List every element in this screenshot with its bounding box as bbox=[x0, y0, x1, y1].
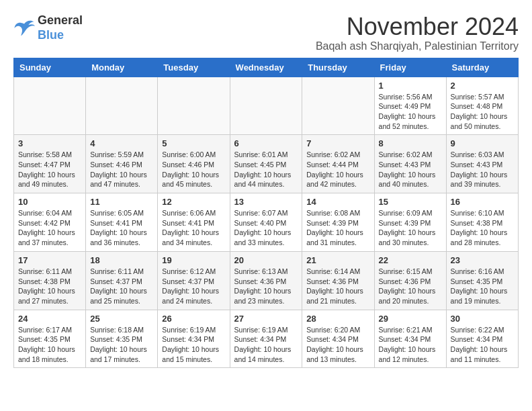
day-number: 14 bbox=[306, 197, 369, 207]
calendar-cell: 7Sunrise: 6:02 AM Sunset: 4:44 PM Daylig… bbox=[302, 135, 374, 193]
calendar-cell: 27Sunrise: 6:19 AM Sunset: 4:34 PM Dayli… bbox=[230, 310, 302, 368]
day-info: Sunrise: 6:20 AM Sunset: 4:34 PM Dayligh… bbox=[306, 325, 369, 365]
calendar-cell: 10Sunrise: 6:04 AM Sunset: 4:42 PM Dayli… bbox=[14, 193, 86, 252]
day-number: 19 bbox=[162, 255, 225, 265]
day-info: Sunrise: 5:58 AM Sunset: 4:47 PM Dayligh… bbox=[18, 150, 81, 189]
calendar-cell: 12Sunrise: 6:06 AM Sunset: 4:41 PM Dayli… bbox=[158, 193, 230, 252]
day-number: 6 bbox=[234, 138, 298, 148]
day-info: Sunrise: 6:22 AM Sunset: 4:34 PM Dayligh… bbox=[451, 325, 514, 365]
day-info: Sunrise: 5:56 AM Sunset: 4:49 PM Dayligh… bbox=[379, 92, 442, 132]
day-info: Sunrise: 6:11 AM Sunset: 4:38 PM Dayligh… bbox=[18, 267, 81, 306]
day-number: 1 bbox=[379, 81, 442, 91]
calendar-week-row: 17Sunrise: 6:11 AM Sunset: 4:38 PM Dayli… bbox=[14, 251, 519, 310]
day-number: 21 bbox=[306, 255, 369, 265]
calendar-cell: 9Sunrise: 6:03 AM Sunset: 4:43 PM Daylig… bbox=[446, 135, 518, 193]
calendar-cell: 15Sunrise: 6:09 AM Sunset: 4:39 PM Dayli… bbox=[374, 193, 446, 252]
day-number: 30 bbox=[451, 314, 514, 324]
day-number: 24 bbox=[18, 314, 81, 324]
day-number: 23 bbox=[451, 255, 514, 265]
day-number: 8 bbox=[379, 138, 442, 148]
day-number: 10 bbox=[18, 197, 81, 207]
calendar-cell: 18Sunrise: 6:11 AM Sunset: 4:37 PM Dayli… bbox=[86, 251, 158, 310]
day-number: 18 bbox=[90, 255, 153, 265]
day-number: 15 bbox=[379, 197, 442, 207]
day-number: 20 bbox=[234, 255, 298, 265]
day-info: Sunrise: 6:19 AM Sunset: 4:34 PM Dayligh… bbox=[162, 325, 225, 365]
calendar-cell: 6Sunrise: 6:01 AM Sunset: 4:45 PM Daylig… bbox=[230, 135, 302, 193]
day-info: Sunrise: 6:18 AM Sunset: 4:35 PM Dayligh… bbox=[90, 325, 153, 365]
day-number: 25 bbox=[90, 314, 153, 324]
day-number: 28 bbox=[306, 314, 369, 324]
weekday-header: Tuesday bbox=[158, 58, 230, 77]
day-number: 7 bbox=[306, 138, 369, 148]
day-info: Sunrise: 6:14 AM Sunset: 4:36 PM Dayligh… bbox=[306, 267, 369, 306]
day-info: Sunrise: 6:07 AM Sunset: 4:40 PM Dayligh… bbox=[234, 208, 298, 248]
calendar-week-row: 10Sunrise: 6:04 AM Sunset: 4:42 PM Dayli… bbox=[14, 193, 519, 252]
day-number: 16 bbox=[451, 197, 514, 207]
calendar-cell: 2Sunrise: 5:57 AM Sunset: 4:48 PM Daylig… bbox=[446, 77, 518, 135]
calendar-cell bbox=[158, 77, 230, 135]
calendar-cell bbox=[86, 77, 158, 135]
calendar-cell bbox=[14, 77, 86, 135]
day-info: Sunrise: 6:13 AM Sunset: 4:36 PM Dayligh… bbox=[234, 267, 298, 306]
day-number: 22 bbox=[379, 255, 442, 265]
calendar-cell: 23Sunrise: 6:16 AM Sunset: 4:35 PM Dayli… bbox=[446, 251, 518, 310]
calendar-cell: 3Sunrise: 5:58 AM Sunset: 4:47 PM Daylig… bbox=[14, 135, 86, 193]
day-number: 12 bbox=[162, 197, 225, 207]
day-info: Sunrise: 6:01 AM Sunset: 4:45 PM Dayligh… bbox=[234, 150, 298, 189]
calendar-cell: 16Sunrise: 6:10 AM Sunset: 4:38 PM Dayli… bbox=[446, 193, 518, 252]
day-info: Sunrise: 6:03 AM Sunset: 4:43 PM Dayligh… bbox=[451, 150, 514, 189]
weekday-header: Monday bbox=[86, 58, 158, 77]
day-info: Sunrise: 6:15 AM Sunset: 4:36 PM Dayligh… bbox=[379, 267, 442, 306]
day-info: Sunrise: 6:11 AM Sunset: 4:37 PM Dayligh… bbox=[90, 267, 153, 306]
day-info: Sunrise: 6:17 AM Sunset: 4:35 PM Dayligh… bbox=[18, 325, 81, 365]
day-info: Sunrise: 6:05 AM Sunset: 4:41 PM Dayligh… bbox=[90, 208, 153, 248]
day-number: 4 bbox=[90, 138, 153, 148]
day-number: 27 bbox=[234, 314, 298, 324]
day-info: Sunrise: 6:09 AM Sunset: 4:39 PM Dayligh… bbox=[379, 208, 442, 248]
weekday-header: Thursday bbox=[302, 58, 374, 77]
logo: General Blue bbox=[13, 13, 83, 42]
title-section: November 2024 Baqah ash Sharqiyah, Pales… bbox=[316, 13, 519, 52]
calendar-cell: 19Sunrise: 6:12 AM Sunset: 4:37 PM Dayli… bbox=[158, 251, 230, 310]
calendar-cell: 29Sunrise: 6:21 AM Sunset: 4:34 PM Dayli… bbox=[374, 310, 446, 368]
calendar-cell: 4Sunrise: 5:59 AM Sunset: 4:46 PM Daylig… bbox=[86, 135, 158, 193]
location-subtitle: Baqah ash Sharqiyah, Palestinian Territo… bbox=[316, 40, 519, 52]
calendar-cell: 26Sunrise: 6:19 AM Sunset: 4:34 PM Dayli… bbox=[158, 310, 230, 368]
day-number: 11 bbox=[90, 197, 153, 207]
calendar-week-row: 1Sunrise: 5:56 AM Sunset: 4:49 PM Daylig… bbox=[14, 77, 519, 135]
calendar-cell: 14Sunrise: 6:08 AM Sunset: 4:39 PM Dayli… bbox=[302, 193, 374, 252]
weekday-header: Saturday bbox=[446, 58, 518, 77]
day-info: Sunrise: 6:21 AM Sunset: 4:34 PM Dayligh… bbox=[379, 325, 442, 365]
day-number: 26 bbox=[162, 314, 225, 324]
day-number: 5 bbox=[162, 138, 225, 148]
calendar-table: SundayMondayTuesdayWednesdayThursdayFrid… bbox=[13, 58, 519, 369]
day-info: Sunrise: 6:02 AM Sunset: 4:43 PM Dayligh… bbox=[379, 150, 442, 189]
day-info: Sunrise: 6:02 AM Sunset: 4:44 PM Dayligh… bbox=[306, 150, 369, 189]
calendar-cell bbox=[230, 77, 302, 135]
day-info: Sunrise: 6:10 AM Sunset: 4:38 PM Dayligh… bbox=[451, 208, 514, 248]
day-number: 13 bbox=[234, 197, 298, 207]
day-info: Sunrise: 6:04 AM Sunset: 4:42 PM Dayligh… bbox=[18, 208, 81, 248]
day-info: Sunrise: 6:19 AM Sunset: 4:34 PM Dayligh… bbox=[234, 325, 298, 365]
calendar-cell: 17Sunrise: 6:11 AM Sunset: 4:38 PM Dayli… bbox=[14, 251, 86, 310]
day-number: 3 bbox=[18, 138, 81, 148]
calendar-week-row: 3Sunrise: 5:58 AM Sunset: 4:47 PM Daylig… bbox=[14, 135, 519, 193]
day-info: Sunrise: 6:06 AM Sunset: 4:41 PM Dayligh… bbox=[162, 208, 225, 248]
weekday-header: Wednesday bbox=[230, 58, 302, 77]
header: General Blue November 2024 Baqah ash Sha… bbox=[13, 13, 519, 52]
day-info: Sunrise: 5:57 AM Sunset: 4:48 PM Dayligh… bbox=[451, 92, 514, 132]
calendar-cell: 24Sunrise: 6:17 AM Sunset: 4:35 PM Dayli… bbox=[14, 310, 86, 368]
logo-text: General Blue bbox=[38, 13, 83, 42]
calendar-cell: 21Sunrise: 6:14 AM Sunset: 4:36 PM Dayli… bbox=[302, 251, 374, 310]
calendar-cell: 22Sunrise: 6:15 AM Sunset: 4:36 PM Dayli… bbox=[374, 251, 446, 310]
calendar-cell: 11Sunrise: 6:05 AM Sunset: 4:41 PM Dayli… bbox=[86, 193, 158, 252]
day-info: Sunrise: 6:12 AM Sunset: 4:37 PM Dayligh… bbox=[162, 267, 225, 306]
day-number: 17 bbox=[18, 255, 81, 265]
logo-icon bbox=[13, 19, 35, 38]
calendar-week-row: 24Sunrise: 6:17 AM Sunset: 4:35 PM Dayli… bbox=[14, 310, 519, 368]
day-number: 29 bbox=[379, 314, 442, 324]
calendar-cell: 1Sunrise: 5:56 AM Sunset: 4:49 PM Daylig… bbox=[374, 77, 446, 135]
calendar-cell bbox=[302, 77, 374, 135]
calendar-cell: 8Sunrise: 6:02 AM Sunset: 4:43 PM Daylig… bbox=[374, 135, 446, 193]
